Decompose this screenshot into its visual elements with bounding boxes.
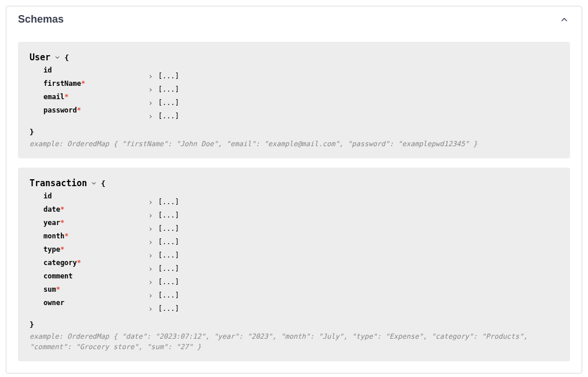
schema-content: id firstName* email* password* [...] [..… (30, 64, 558, 123)
field-names-column: id date* year* month* type* category* co… (43, 190, 148, 310)
required-star-icon: * (81, 79, 85, 88)
required-star-icon: * (77, 259, 81, 267)
field-name: type* (43, 243, 148, 256)
ellipsis-text: [...] (158, 96, 179, 110)
field-values-column: [...] [...] [...] [...] (148, 64, 179, 123)
chevron-right-icon (148, 280, 154, 285)
ellipsis-text: [...] (158, 249, 179, 262)
required-star-icon: * (77, 106, 81, 114)
ellipsis-text: [...] (158, 110, 179, 123)
chevron-right-icon (148, 306, 154, 312)
field-name: id (43, 64, 148, 77)
required-star-icon: * (60, 245, 64, 253)
required-star-icon: * (60, 219, 64, 227)
chevron-right-icon (148, 240, 154, 245)
field-name: category* (43, 256, 148, 270)
ellipsis-text: [...] (158, 222, 179, 235)
chevron-right-icon (148, 114, 154, 119)
field-name: owner (43, 296, 148, 310)
schema-example: example: OrderedMap { "firstName": "John… (30, 139, 558, 149)
field-value-expand[interactable]: [...] (148, 249, 179, 262)
schema-header-line: User { (30, 52, 558, 63)
field-value-expand[interactable]: [...] (148, 302, 179, 316)
field-values-column: [...] [...] [...] [...] (148, 190, 179, 316)
schema-block-user: User { id firstName* email* password* [.… (18, 42, 570, 158)
field-value-expand[interactable]: [...] (148, 83, 179, 96)
required-star-icon: * (64, 232, 68, 240)
field-value-expand[interactable]: [...] (148, 110, 179, 123)
field-name: date* (43, 203, 148, 216)
field-value-expand[interactable]: [...] (148, 289, 179, 302)
field-value-expand[interactable]: [...] (148, 222, 179, 235)
ellipsis-text: [...] (158, 289, 179, 302)
ellipsis-text: [...] (158, 262, 179, 276)
field-name: password* (43, 104, 148, 117)
field-value-expand[interactable]: [...] (148, 276, 179, 289)
chevron-right-icon (148, 213, 154, 219)
chevron-down-icon[interactable] (54, 54, 61, 61)
ellipsis-text: [...] (158, 70, 179, 83)
open-brace: { (101, 179, 105, 188)
ellipsis-text: [...] (158, 235, 179, 249)
field-name: sum* (43, 283, 148, 296)
required-star-icon: * (64, 93, 68, 101)
ellipsis-text: [...] (158, 195, 179, 209)
field-value-expand[interactable]: [...] (148, 235, 179, 249)
open-brace: { (64, 53, 69, 62)
chevron-right-icon (148, 253, 154, 259)
schema-header-line: Transaction { (30, 178, 558, 188)
schema-name[interactable]: User (30, 52, 50, 63)
panel-title: Schemas (18, 13, 64, 26)
chevron-right-icon (148, 226, 154, 232)
field-name: month* (43, 230, 148, 243)
schema-content: id date* year* month* type* category* co… (30, 190, 558, 316)
required-star-icon: * (56, 285, 60, 293)
close-brace: } (30, 128, 558, 136)
ellipsis-text: [...] (158, 302, 179, 316)
schema-block-transaction: Transaction { id date* year* month* type… (18, 168, 570, 361)
chevron-right-icon (148, 200, 154, 205)
schemas-panel: Schemas User { id firstName* email* pass… (6, 6, 582, 374)
field-value-expand[interactable]: [...] (148, 195, 179, 209)
chevron-right-icon (148, 74, 154, 79)
schema-name[interactable]: Transaction (30, 178, 87, 188)
schemas-panel-header[interactable]: Schemas (6, 6, 582, 32)
panel-body: User { id firstName* email* password* [.… (6, 42, 582, 373)
field-value-expand[interactable]: [...] (148, 70, 179, 83)
ellipsis-text: [...] (158, 209, 179, 222)
required-star-icon: * (60, 205, 64, 213)
field-name: email* (43, 90, 148, 104)
chevron-up-icon (558, 14, 570, 26)
chevron-right-icon (148, 293, 154, 299)
field-name: year* (43, 216, 148, 230)
chevron-right-icon (148, 100, 154, 106)
schema-example: example: OrderedMap { "date": "2023:07:1… (30, 331, 558, 352)
ellipsis-text: [...] (158, 83, 179, 96)
field-name: id (43, 190, 148, 203)
ellipsis-text: [...] (158, 276, 179, 289)
field-value-expand[interactable]: [...] (148, 209, 179, 222)
field-name: comment (43, 270, 148, 283)
field-names-column: id firstName* email* password* (43, 64, 148, 117)
chevron-down-icon[interactable] (90, 180, 97, 187)
field-value-expand[interactable]: [...] (148, 96, 179, 110)
chevron-right-icon (148, 266, 154, 272)
field-value-expand[interactable]: [...] (148, 262, 179, 276)
field-name: firstName* (43, 77, 148, 90)
chevron-right-icon (148, 87, 154, 93)
close-brace: } (30, 320, 558, 329)
